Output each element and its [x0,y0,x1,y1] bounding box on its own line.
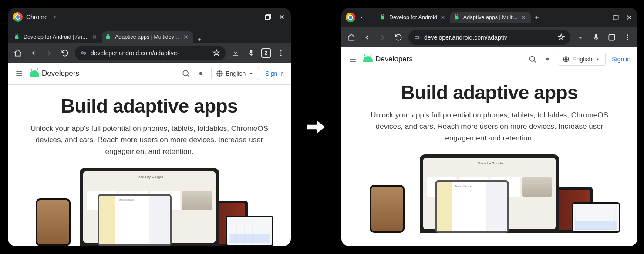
chrome-icon [346,13,355,22]
svg-point-15 [627,39,628,40]
site-brand-text: Developers [42,69,79,78]
tab-count-button[interactable]: 2 [261,48,271,58]
art-laptop-title: Made by Google [87,175,212,189]
language-button[interactable]: English [558,53,606,66]
close-window-icon[interactable] [278,13,286,21]
android-icon [30,70,39,77]
narrow-window: Chrome Develop for Android | And… Adapti… [8,8,291,246]
globe-icon [563,56,570,63]
close-tab-icon[interactable] [91,34,98,40]
art-phone-left [370,185,405,233]
svg-rect-12 [609,34,614,40]
app-name: Chrome [26,13,48,20]
restore-window-icon[interactable] [611,13,619,21]
favicon-android-icon [455,14,461,20]
chevron-down-icon [248,70,254,77]
site-brand-text: Developers [375,55,413,64]
overflow-menu-button[interactable] [275,47,287,59]
back-button[interactable] [28,47,39,59]
forward-button[interactable] [377,32,388,43]
tab-label: Develop for Android | And… [24,34,89,40]
svg-point-10 [415,36,417,37]
omnibox[interactable]: developer.android.com/adaptive- [75,46,226,60]
url-text: developer.android.com/adaptiv [424,34,554,41]
theme-icon[interactable] [543,55,552,64]
hero-device-art: Made by Google Nest Cam£89.99 Terms of S… [354,154,625,233]
chrome-icon [13,12,23,22]
home-button[interactable] [346,32,357,43]
theme-icon[interactable] [196,69,205,78]
forward-button[interactable] [44,47,55,59]
svg-point-5 [280,54,282,56]
svg-point-1 [82,51,83,53]
restore-window-icon[interactable] [264,13,272,21]
omnibox[interactable]: developer.android.com/adaptiv [408,30,570,45]
bookmark-icon[interactable] [212,49,220,57]
home-button[interactable] [12,47,24,59]
svg-point-7 [199,72,202,75]
site-settings-icon[interactable] [414,34,421,41]
art-phone-left [36,198,71,246]
android-icon [363,56,373,62]
tab-adaptive-apps[interactable]: Adaptive apps | Multidevic… [102,31,193,43]
art-laptop-title: Made by Google [427,161,552,176]
sign-in-link[interactable]: Sign in [265,70,284,77]
chevron-down-icon [595,56,601,62]
menu-icon[interactable] [348,55,357,64]
bookmark-icon[interactable] [557,33,565,41]
toolbar: developer.android.com/adaptiv [341,27,637,47]
tab-label: Adaptive apps | Multidevic… [115,34,180,40]
app-dropdown-icon[interactable] [51,13,58,20]
site-settings-icon[interactable] [80,50,87,57]
tab-switcher-button[interactable] [606,32,617,43]
hero-device-art: Made by Google Nest Cam£89.99 Terms of S… [20,168,279,246]
hero-title: Build adaptive apps [20,95,279,117]
reload-button[interactable] [59,47,71,59]
language-label: English [226,70,246,77]
new-tab-button[interactable] [193,37,206,43]
menu-icon[interactable] [15,69,24,78]
hero-subtitle: Unlock your app's full potential on phon… [359,110,620,144]
favicon-android-icon [106,34,112,40]
search-icon[interactable] [182,69,190,78]
site-logo[interactable]: Developers [30,69,79,78]
new-tab-button[interactable] [531,14,543,20]
art-foldable: Terms of Service [435,180,509,233]
site-logo[interactable]: Developers [363,55,413,64]
downloads-button[interactable] [230,47,241,59]
hero-title: Build adaptive apps [354,82,625,104]
close-window-icon[interactable] [625,13,633,21]
svg-point-2 [84,53,85,54]
tab-adaptive-apps[interactable]: Adaptive apps | Mult… [450,12,531,23]
tab-develop-for-android[interactable]: Develop for Android | And… [10,31,102,43]
site-header: Developers English Sign in [341,47,637,71]
overflow-menu-button[interactable] [622,32,633,43]
svg-point-13 [627,34,628,36]
url-text: developer.android.com/adaptive- [91,50,209,57]
mic-button[interactable] [590,32,602,43]
back-button[interactable] [361,32,373,43]
titlebar: Chrome [8,8,291,26]
art-phone-right [572,202,620,233]
app-dropdown-icon[interactable] [358,14,365,21]
tab-develop-for-android[interactable]: Develop for Android [376,12,450,23]
tab-label: Develop for Android [389,14,437,20]
close-tab-icon[interactable] [440,14,446,20]
svg-point-11 [418,37,419,39]
sign-in-link[interactable]: Sign in [612,56,631,63]
search-icon[interactable] [528,55,537,64]
svg-point-16 [530,56,535,61]
language-label: English [572,56,592,63]
language-button[interactable]: English [211,67,259,80]
page-content-area: Developers English Sign in Build adaptiv… [341,47,637,246]
reload-button[interactable] [393,32,404,43]
wide-window: Develop for Android Adaptive apps | Mult… [341,8,637,246]
favicon-android-icon [381,14,387,20]
toolbar: developer.android.com/adaptive- 2 [8,43,291,63]
close-tab-icon[interactable] [520,14,526,20]
svg-rect-9 [613,16,617,20]
hero-subtitle: Unlock your app's full potential on phon… [20,123,279,157]
downloads-button[interactable] [575,32,586,43]
close-tab-icon[interactable] [183,34,189,40]
mic-button[interactable] [246,47,257,59]
